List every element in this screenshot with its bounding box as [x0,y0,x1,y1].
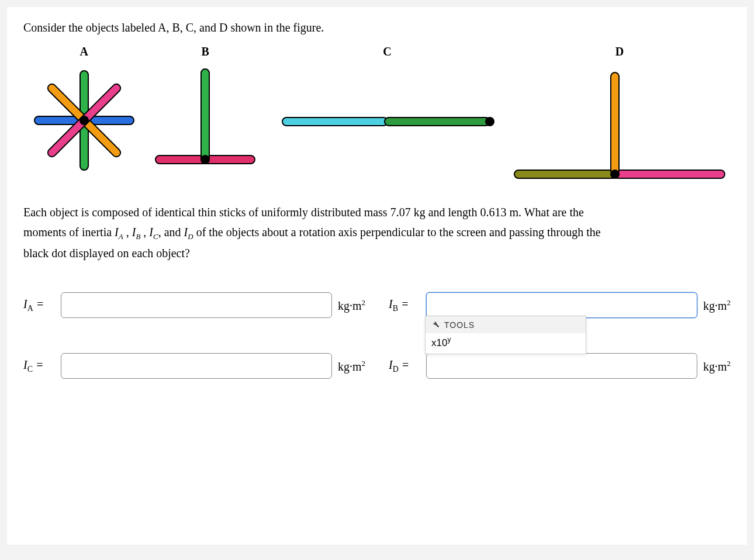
svg-point-10 [485,117,494,126]
svg-rect-6 [201,69,209,163]
desc-comma-1: , [123,226,132,238]
unit-IC: kg·m2 [338,359,365,374]
label-IA: IA = [23,298,55,313]
desc-mass: 7.07 kg [390,206,426,219]
svg-point-7 [200,155,210,164]
desc-IB: IB [132,226,141,238]
wrench-icon [431,320,440,330]
desc-text-1: Each object is composed of identical thi… [23,206,390,219]
input-row-IB: IB = kg·m2 TOOLS x10y [389,292,731,318]
desc-text-6: black dot displayed on each object? [23,247,190,260]
figure-row: A B [23,45,731,191]
input-ID[interactable] [426,353,697,379]
label-IB: IB = [389,298,420,313]
question-panel: Consider the objects labeled A, B, C, an… [7,7,747,545]
desc-length: 0.613 m [480,206,519,219]
svg-point-4 [79,116,89,125]
tools-popup: TOOLS x10y [425,316,586,354]
figure-d-col: D [509,45,731,191]
desc-text-3: . What are the [518,206,584,219]
label-IC: IC = [23,358,55,374]
desc-text-4: moments of inertia [23,226,115,238]
figure-b-svg [147,62,264,179]
desc-and: , and [158,226,184,238]
unit-IB: kg·m2 [703,298,731,313]
svg-rect-11 [514,170,617,178]
input-row-IA: IA = kg·m2 [23,292,365,318]
desc-ID: ID [184,226,193,238]
unit-IA: kg·m2 [338,298,365,313]
figure-a-svg [26,62,143,179]
input-row-IC: IC = kg·m2 [23,353,365,379]
desc-text-5: of the objects about a rotation axis per… [193,226,601,238]
svg-rect-8 [282,117,388,126]
tools-header: TOOLS [426,316,586,333]
figure-a-label: A [80,45,88,58]
figure-a-col: A [23,45,145,179]
figure-b-col: B [145,45,267,179]
desc-IC: IC [149,226,158,238]
unit-ID: kg·m2 [703,359,731,374]
figure-d-label: D [615,45,624,58]
svg-rect-13 [611,72,619,175]
input-IC[interactable] [61,353,332,379]
tools-title: TOOLS [444,320,475,330]
desc-IA: IA [115,226,123,238]
svg-rect-12 [614,170,725,178]
desc-text-2: and length [426,206,480,219]
figure-d-svg [509,62,731,191]
figure-b-label: B [202,45,209,58]
input-row-ID: ID = kg·m2 [389,353,731,379]
figure-c-label: C [383,45,391,58]
input-IA[interactable] [61,292,332,318]
figure-c-svg [271,62,504,179]
question-intro: Consider the objects labeled A, B, C, an… [23,21,731,34]
tools-sci-button[interactable]: x10y [426,333,586,354]
label-ID: ID = [389,358,420,374]
question-description: Each object is composed of identical thi… [23,202,731,263]
input-IB[interactable] [426,292,697,318]
desc-comma-2: , [140,226,149,238]
svg-point-14 [610,170,620,179]
figure-c-col: C [266,45,509,179]
answer-grid: IA = kg·m2 IB = kg·m2 TOOLS [23,292,731,379]
svg-rect-9 [385,117,490,126]
